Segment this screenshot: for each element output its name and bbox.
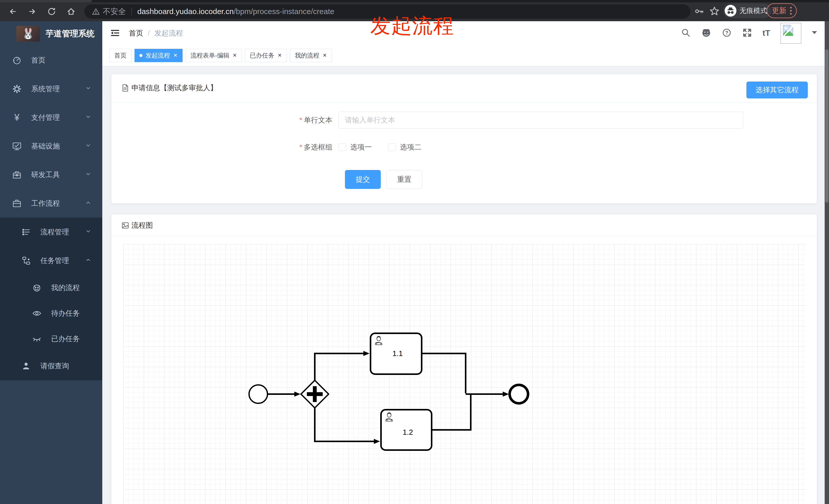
user-task-1-1[interactable]: 1.1 xyxy=(370,333,422,374)
form-card-title: 申请信息【测试多审批人】 xyxy=(121,83,217,93)
url-domain: dashboard.yudao.iocoder.cn xyxy=(137,7,234,15)
dashboard-icon xyxy=(11,55,23,66)
password-key-icon[interactable] xyxy=(694,6,705,16)
tab-done-tasks[interactable]: 已办任务 xyxy=(245,49,287,62)
sidebar-item-done-tasks[interactable]: 已办任务 xyxy=(0,326,102,352)
application-form-card: 申请信息【测试多审批人】 选择其它流程 *单行文本 *多选框组 xyxy=(111,74,817,203)
start-event[interactable] xyxy=(249,385,267,403)
main-area: 首页 / 发起流程 ? tT xyxy=(102,21,829,504)
sidebar: 🐰 芋道管理系统 首页 系统管理 ¥ 支付管理 xyxy=(0,21,102,504)
tab-home[interactable]: 首页 xyxy=(109,49,132,62)
tab-label: 发起流程 xyxy=(145,51,170,60)
browser-tabstrip xyxy=(0,0,829,2)
tab-start-process[interactable]: 发起流程 xyxy=(135,49,183,62)
tab-label: 我的流程 xyxy=(295,51,319,60)
sidebar-item-my-process[interactable]: 我的流程 xyxy=(0,275,102,301)
help-icon[interactable]: ? xyxy=(722,28,732,39)
tab-label: 首页 xyxy=(114,51,127,60)
browser-update-button[interactable]: 更新 xyxy=(767,3,797,18)
url-path: /bpm/process-instance/create xyxy=(234,7,334,15)
chevron-down-icon xyxy=(84,113,92,122)
sidebar-item-label: 流程管理 xyxy=(40,227,84,237)
single-line-text-input[interactable] xyxy=(338,112,743,128)
tab-form-edit[interactable]: 流程表单-编辑 xyxy=(186,49,242,62)
sidebar-collapse-icon[interactable] xyxy=(110,28,120,38)
scrollbar-thumb[interactable] xyxy=(825,49,828,203)
sidebar-item-system[interactable]: 系统管理 xyxy=(0,75,102,103)
incognito-label: 无痕模式 xyxy=(740,6,767,15)
chevron-down-icon[interactable] xyxy=(812,31,817,36)
tab-my-process[interactable]: 我的流程 xyxy=(290,49,332,62)
home-icon[interactable] xyxy=(67,7,76,16)
eye-icon xyxy=(31,308,42,318)
checkbox-label: 选项二 xyxy=(400,142,422,152)
close-icon[interactable] xyxy=(232,52,237,59)
end-event[interactable] xyxy=(510,385,528,403)
sidebar-item-process-management[interactable]: 流程管理 xyxy=(0,218,102,246)
field-label: *单行文本 xyxy=(247,115,338,125)
list-tree-icon xyxy=(21,227,32,237)
sidebar-item-label: 已办任务 xyxy=(51,334,92,344)
back-icon[interactable] xyxy=(8,7,17,16)
flow-tree-icon xyxy=(21,256,32,266)
chevron-up-icon xyxy=(84,199,92,208)
form-card-header: 申请信息【测试多审批人】 选择其它流程 xyxy=(111,74,817,103)
parallel-gateway[interactable] xyxy=(301,380,329,408)
app-title: 芋道管理系统 xyxy=(45,28,95,39)
browser-menu-icon[interactable] xyxy=(790,7,792,14)
close-icon[interactable] xyxy=(322,52,327,59)
close-icon[interactable] xyxy=(173,52,178,59)
chevron-down-icon xyxy=(84,228,92,237)
search-icon[interactable] xyxy=(681,28,691,39)
incognito-badge: 无痕模式 xyxy=(723,3,771,18)
sidebar-item-label: 支付管理 xyxy=(31,113,84,122)
main-header: 首页 / 发起流程 ? tT xyxy=(102,21,829,45)
reset-button[interactable]: 重置 xyxy=(386,170,422,189)
close-icon[interactable] xyxy=(278,52,282,59)
sidebar-item-workflow[interactable]: 工作流程 xyxy=(0,189,102,218)
forward-icon[interactable] xyxy=(28,7,37,16)
fullscreen-icon[interactable] xyxy=(742,28,752,39)
tab-label: 流程表单-编辑 xyxy=(190,51,229,60)
breadcrumb: 首页 / 发起流程 xyxy=(129,21,183,45)
person-icon xyxy=(21,361,32,371)
briefcase-icon xyxy=(11,198,23,208)
bpmn-canvas[interactable]: 1.1 1.2 xyxy=(123,244,805,504)
sidebar-item-label: 任务管理 xyxy=(40,256,84,266)
sidebar-item-todo-tasks[interactable]: 待办任务 xyxy=(0,301,102,326)
sidebar-item-label: 待办任务 xyxy=(51,308,92,318)
sidebar-item-dev-tools[interactable]: 研发工具 xyxy=(0,160,102,189)
app-logo-row: 🐰 芋道管理系统 xyxy=(0,21,102,46)
sidebar-item-infrastructure[interactable]: 基础设施 xyxy=(0,132,102,160)
bookmark-star-icon[interactable] xyxy=(709,6,720,16)
font-size-icon[interactable]: tT xyxy=(762,28,770,38)
avatar[interactable] xyxy=(781,23,801,44)
page-scrollbar[interactable] xyxy=(825,21,829,504)
eye-closed-icon xyxy=(31,334,42,344)
security-label: 不安全 xyxy=(103,6,126,17)
github-icon[interactable] xyxy=(701,28,711,39)
sidebar-item-label: 研发工具 xyxy=(31,170,84,180)
reload-icon[interactable] xyxy=(47,7,56,16)
task-label: 1.1 xyxy=(393,349,403,357)
broken-image-icon xyxy=(782,25,794,36)
checkbox-icon[interactable] xyxy=(388,143,396,151)
checkbox-option-1[interactable]: 选项一 xyxy=(338,142,372,152)
sidebar-item-task-management[interactable]: 任务管理 xyxy=(0,246,102,275)
browser-active-tab[interactable] xyxy=(0,0,92,2)
diagram-card-header: 流程图 xyxy=(111,215,817,236)
breadcrumb-home[interactable]: 首页 xyxy=(129,28,143,38)
select-other-process-button[interactable]: 选择其它流程 xyxy=(747,81,808,99)
workflow-submenu: 流程管理 任务管理 我的流程 待办任务 xyxy=(0,218,102,380)
checkbox-icon[interactable] xyxy=(338,143,346,151)
page-title-overlay: 发起流程 xyxy=(370,12,454,40)
sidebar-item-payment[interactable]: ¥ 支付管理 xyxy=(0,103,102,132)
sidebar-item-leave-query[interactable]: 请假查询 xyxy=(0,352,102,380)
checkbox-option-2[interactable]: 选项二 xyxy=(388,142,422,152)
sidebar-item-home[interactable]: 首页 xyxy=(0,46,102,75)
form-buttons-row: 提交 重置 xyxy=(345,170,817,189)
form-title-text: 申请信息【测试多审批人】 xyxy=(132,83,217,93)
chevron-down-icon xyxy=(84,170,92,180)
user-task-1-2[interactable]: 1.2 xyxy=(381,410,432,450)
submit-button[interactable]: 提交 xyxy=(345,170,381,189)
